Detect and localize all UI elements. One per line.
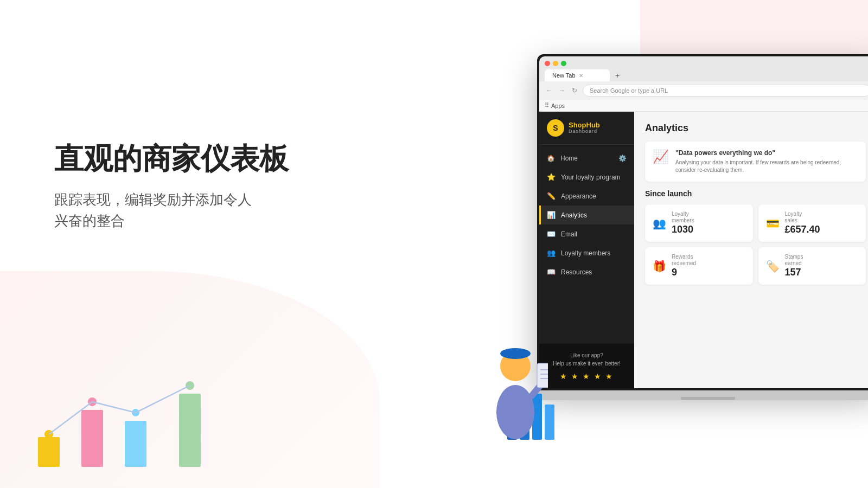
reload-button[interactable]: ↻ (571, 86, 578, 95)
stats-grid: 👥 Loyaltymembers 1030 💳 Loyaltysales £65… (645, 204, 866, 285)
stat-card-loyalty-sales: 💳 Loyaltysales £657.40 (758, 204, 866, 242)
people-stat-icon: 👥 (653, 217, 666, 230)
browser-tabs: New Tab ✕ + (545, 69, 868, 81)
chart-up-icon: 📈 (653, 149, 669, 164)
main-title: 直观的商家仪表板 (54, 141, 289, 176)
sidebar-footer-text: Like our app? Help us make it even bette… (547, 351, 627, 368)
loyalty-members-value: 1030 (672, 224, 694, 235)
main-area: Analytics 📈 "Data powers everything we d… (634, 112, 868, 388)
stamp-stat-icon: 🏷️ (766, 260, 780, 273)
stat-card-loyalty-sales-data: Loyaltysales £657.40 (785, 211, 820, 235)
stat-card-loyalty-members: 👥 Loyaltymembers 1030 (645, 204, 753, 242)
star-icon: ⭐ (547, 173, 556, 181)
svg-rect-12 (537, 363, 548, 388)
svg-point-10 (500, 348, 531, 359)
stamps-earned-label: Stampsearned (785, 254, 803, 267)
analytics-icon: 📊 (547, 211, 556, 219)
traffic-light-green[interactable] (561, 61, 566, 66)
left-content-area: 直观的商家仪表板 跟踪表现，编辑奖励并添加令人 兴奋的整合 (54, 141, 289, 232)
sidebar-item-resources[interactable]: 📖 Resources (539, 262, 634, 281)
bookmarks-bar: ⠿ Apps (539, 100, 868, 112)
sidebar-nav: 🏠 Home ⚙️ ⭐ Your loyalty program ✏️ Appe… (539, 145, 634, 344)
loyalty-members-label: Loyaltymembers (672, 211, 694, 224)
svg-rect-2 (125, 421, 146, 467)
sidebar-item-email[interactable]: ✉️ Email (539, 224, 634, 243)
forward-button[interactable]: → (558, 86, 566, 95)
sidebar-item-resources-label: Resources (561, 268, 592, 276)
stat-card-stamps-earned: 🏷️ Stampsearned 157 (758, 247, 866, 285)
gift-stat-icon: 🎁 (653, 260, 666, 273)
analytics-heading: Analytics (645, 123, 866, 134)
logo-sub: Dashboard (569, 129, 600, 134)
traffic-light-yellow[interactable] (553, 61, 558, 66)
apps-label: Apps (551, 102, 565, 109)
stat-card-stamps-data: Stampsearned 157 (785, 254, 803, 278)
browser-tab-active[interactable]: New Tab ✕ (545, 69, 610, 81)
person-illustration (483, 325, 548, 434)
svg-rect-3 (179, 394, 201, 467)
new-tab-button[interactable]: + (611, 70, 624, 81)
loyalty-sales-label: Loyaltysales (785, 211, 820, 224)
home-icon: 🏠 (547, 155, 555, 162)
quote-card-text: "Data powers everything we do" Analysing… (675, 149, 858, 174)
logo-icon: S (547, 119, 564, 137)
people-icon: 👥 (547, 249, 556, 257)
back-button[interactable]: ← (545, 86, 553, 95)
email-icon: ✉️ (547, 230, 556, 238)
rating-stars[interactable]: ★ ★ ★ ★ ★ (547, 372, 627, 381)
sidebar-item-email-label: Email (561, 230, 577, 238)
chart-decoration (33, 350, 260, 472)
loyalty-sales-value: £657.40 (785, 224, 820, 235)
quote-heading: "Data powers everything we do" (675, 149, 858, 157)
stamps-earned-value: 157 (785, 267, 803, 278)
app-content: S ShopHub Dashboard 🏠 Home ⚙️ (539, 112, 868, 388)
address-bar[interactable]: Search Google or type a URL (583, 85, 868, 97)
stat-card-rewards-redeemed: 🎁 Rewardsredeemed 9 (645, 247, 753, 285)
logo-name: ShopHub (569, 121, 600, 129)
quote-card: 📈 "Data powers everything we do" Analysi… (645, 142, 866, 182)
sidebar-item-analytics-label: Analytics (561, 211, 587, 219)
stat-card-rewards-data: Rewardsredeemed 9 (672, 254, 696, 278)
laptop-base (537, 390, 868, 400)
sidebar-item-loyalty-label: Your loyalty program (561, 174, 621, 181)
stat-card-loyalty-members-data: Loyaltymembers 1030 (672, 211, 694, 235)
sidebar-item-loyalty-members[interactable]: 👥 Loyalty members (539, 243, 634, 262)
sub-title: 跟踪表现，编辑奖励并添加令人 兴奋的整合 (54, 189, 289, 232)
traffic-light-red[interactable] (545, 61, 550, 66)
card-stat-icon: 💳 (766, 217, 780, 230)
svg-rect-0 (38, 437, 60, 467)
laptop-screen: New Tab ✕ + ← → ↻ Search Google or type … (537, 54, 868, 390)
rewards-redeemed-value: 9 (672, 267, 696, 278)
since-launch-title: Since launch (645, 189, 866, 198)
sidebar: S ShopHub Dashboard 🏠 Home ⚙️ (539, 112, 634, 388)
sidebar-item-loyalty[interactable]: ⭐ Your loyalty program (539, 168, 634, 187)
logo-text: ShopHub Dashboard (569, 121, 600, 134)
rewards-redeemed-label: Rewardsredeemed (672, 254, 696, 267)
tab-label: New Tab (552, 72, 576, 79)
apps-grid-icon: ⠿ (545, 102, 549, 109)
traffic-lights (545, 61, 868, 66)
sidebar-item-analytics[interactable]: 📊 Analytics (539, 206, 634, 224)
svg-point-8 (496, 385, 534, 439)
book-icon: 📖 (547, 268, 556, 276)
sidebar-item-appearance-label: Appearance (561, 192, 596, 200)
sidebar-item-appearance[interactable]: ✏️ Appearance (539, 187, 634, 206)
quote-body: Analysing your data is important. If few… (675, 159, 858, 174)
nav-home-left: 🏠 Home (547, 155, 578, 162)
gear-icon[interactable]: ⚙️ (618, 155, 627, 162)
sidebar-item-home[interactable]: 🏠 Home ⚙️ (539, 149, 634, 168)
svg-rect-1 (81, 410, 103, 467)
tab-close-button[interactable]: ✕ (579, 73, 583, 79)
sidebar-item-home-label: Home (560, 155, 578, 162)
pencil-icon: ✏️ (547, 192, 556, 200)
laptop-mockup: New Tab ✕ + ← → ↻ Search Google or type … (537, 54, 868, 400)
browser-chrome: New Tab ✕ + (539, 56, 868, 81)
sidebar-logo: S ShopHub Dashboard (539, 112, 634, 145)
sidebar-item-loyalty-members-label: Loyalty members (561, 249, 610, 257)
browser-toolbar: ← → ↻ Search Google or type a URL (539, 81, 868, 100)
